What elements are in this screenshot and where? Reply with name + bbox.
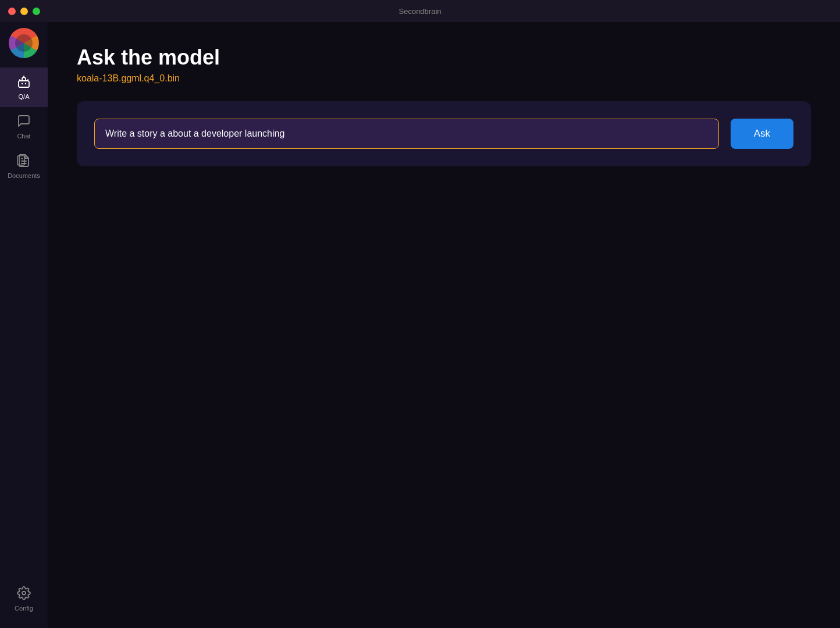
close-button[interactable] bbox=[8, 8, 16, 15]
query-panel: Ask bbox=[77, 101, 811, 166]
documents-icon bbox=[17, 154, 31, 169]
minimize-button[interactable] bbox=[20, 8, 28, 15]
window-title: Secondbrain bbox=[399, 7, 442, 16]
svg-rect-0 bbox=[19, 81, 29, 87]
traffic-lights bbox=[8, 8, 40, 15]
sidebar-item-chat-label: Chat bbox=[17, 133, 30, 140]
svg-point-2 bbox=[25, 83, 26, 84]
maximize-button[interactable] bbox=[33, 8, 40, 15]
chat-icon bbox=[17, 114, 31, 130]
gear-icon bbox=[17, 586, 31, 602]
main-content: Ask the model koala-13B.ggml.q4_0.bin As… bbox=[48, 22, 840, 628]
model-name: koala-13B.ggml.q4_0.bin bbox=[77, 73, 811, 84]
sidebar-item-qa[interactable]: Q/A bbox=[0, 67, 48, 107]
sidebar-nav: Q/A Chat bbox=[0, 67, 48, 579]
sidebar-item-qa-label: Q/A bbox=[19, 93, 30, 100]
ask-button[interactable]: Ask bbox=[731, 119, 793, 149]
query-input[interactable] bbox=[94, 119, 719, 149]
app-logo[interactable] bbox=[9, 28, 39, 58]
svg-point-7 bbox=[22, 591, 26, 595]
sidebar-item-config[interactable]: Config bbox=[0, 579, 48, 619]
app-body: Q/A Chat bbox=[0, 22, 840, 628]
sidebar-item-documents[interactable]: Documents bbox=[0, 147, 48, 186]
sidebar-item-documents-label: Documents bbox=[8, 172, 40, 179]
sidebar: Q/A Chat bbox=[0, 22, 48, 628]
page-title: Ask the model bbox=[77, 45, 811, 70]
svg-point-1 bbox=[22, 83, 23, 84]
sidebar-item-chat[interactable]: Chat bbox=[0, 107, 48, 147]
robot-icon bbox=[17, 74, 31, 90]
sidebar-bottom: Config bbox=[0, 579, 48, 619]
titlebar: Secondbrain bbox=[0, 0, 840, 22]
page-header: Ask the model koala-13B.ggml.q4_0.bin bbox=[77, 45, 811, 84]
sidebar-item-config-label: Config bbox=[15, 605, 33, 612]
